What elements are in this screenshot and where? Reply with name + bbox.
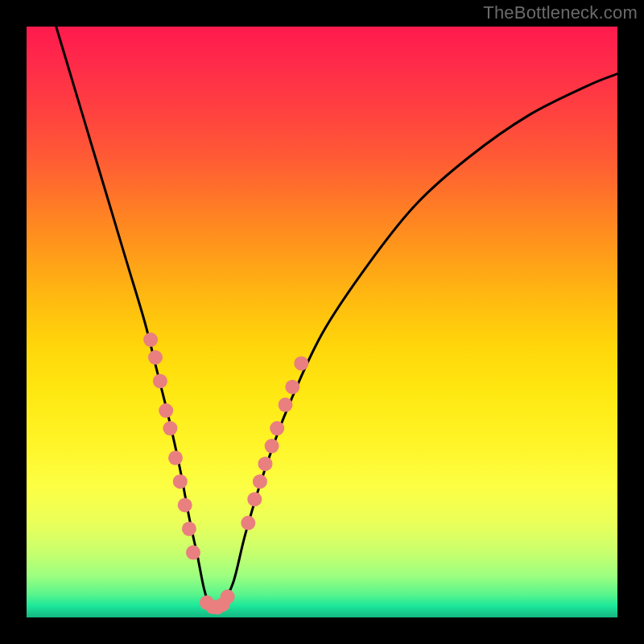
plot-area <box>27 27 617 617</box>
marker-dot <box>159 403 173 418</box>
curve-svg <box>27 27 617 617</box>
marker-dot <box>186 545 200 559</box>
marker-dot <box>253 474 267 489</box>
marker-dot <box>285 380 299 394</box>
marker-dot <box>265 439 279 453</box>
marker-dot <box>143 332 158 347</box>
marker-dot <box>153 374 167 388</box>
marker-dot <box>294 356 308 370</box>
bottleneck-curve <box>56 27 617 612</box>
watermark-text: TheBottleneck.com <box>483 2 638 23</box>
chart-frame: TheBottleneck.com <box>0 0 644 644</box>
marker-dot <box>241 516 255 530</box>
marker-dot <box>168 451 183 465</box>
marker-dot <box>270 421 284 436</box>
marker-dot <box>221 589 235 604</box>
data-markers <box>143 332 308 615</box>
marker-dot <box>178 498 192 513</box>
marker-dot <box>163 421 177 436</box>
marker-dot <box>258 456 273 471</box>
marker-dot <box>148 350 163 365</box>
marker-dot <box>182 522 196 536</box>
marker-dot <box>173 474 188 489</box>
marker-dot <box>279 398 293 412</box>
marker-dot <box>247 492 262 506</box>
